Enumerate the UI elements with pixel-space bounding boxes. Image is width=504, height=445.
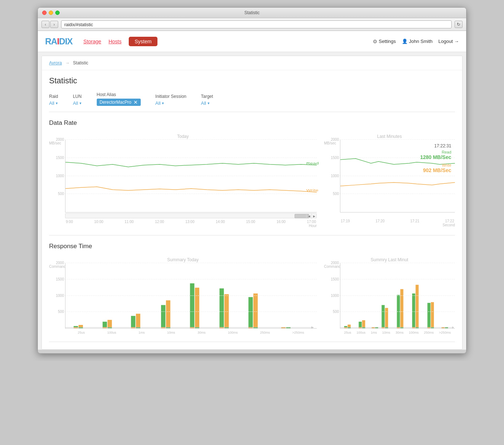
response-time-title: Response Time xyxy=(49,243,455,250)
write-value: 902 MB/Sec xyxy=(420,167,451,173)
filter-lun: LUN All ▼ xyxy=(73,94,82,106)
svg-rect-12 xyxy=(220,289,224,327)
svg-rect-54 xyxy=(381,305,384,327)
svg-rect-51 xyxy=(348,325,351,327)
svg-rect-55 xyxy=(385,308,388,327)
data-rate-section: Data Rate Today MB/sec 500 1000 1500 200… xyxy=(42,112,462,235)
logout-link[interactable]: Logout xyxy=(439,39,459,44)
filter-raid-value[interactable]: All ▼ xyxy=(49,100,58,106)
filter-raid-label: Raid xyxy=(49,94,58,99)
read-value: 1280 MB/Sec xyxy=(420,154,451,160)
scrollbar-spacer xyxy=(340,212,455,218)
svg-rect-10 xyxy=(190,283,194,327)
svg-rect-59 xyxy=(416,285,419,327)
response-time-section: Response Time Command Summary Today 500 … xyxy=(42,235,462,342)
maximize-button[interactable] xyxy=(55,11,60,15)
svg-text:W: W xyxy=(348,328,351,328)
browser-window: Statistic ‹ › raidix/#statistic ↻ RAIDIX… xyxy=(37,7,467,354)
scroll-right-icon[interactable]: ▶ xyxy=(311,214,316,219)
x-unit-last: Second xyxy=(340,223,455,227)
summary-today-chart: Command Summary Today 500 1000 1500 2000 xyxy=(49,256,317,334)
filter-lun-value[interactable]: All ▼ xyxy=(73,100,82,106)
filter-raid: Raid All ▼ xyxy=(49,94,58,106)
address-bar[interactable]: raidix/#statistic xyxy=(61,20,452,28)
bar-x-labels-last: 25us 100us 1ms 10ms 30ms 100ms 250ms >25… xyxy=(340,331,455,334)
filter-target-label: Target xyxy=(201,94,213,99)
filters: Raid All ▼ LUN All ▼ Host Alias xyxy=(42,89,462,112)
filter-initiator-value[interactable]: All ▼ xyxy=(155,100,186,106)
svg-rect-58 xyxy=(412,294,415,327)
bar-y-1000: 1000 xyxy=(65,295,317,296)
bar-chart-area-today: 500 1000 1500 2000 xyxy=(65,263,317,329)
today-chart: Today MB/sec 500 1000 1500 2000 xyxy=(49,132,317,228)
filter-target-value[interactable]: All ▼ xyxy=(201,100,213,106)
breadcrumb-parent[interactable]: Avrora xyxy=(49,60,62,65)
svg-text:W: W xyxy=(432,328,434,328)
settings-link[interactable]: Settings xyxy=(373,39,396,44)
svg-text:W: W xyxy=(401,328,403,328)
bar-chart-area-last: 500 1000 1500 2000 xyxy=(340,263,455,329)
nav-system[interactable]: System xyxy=(129,37,157,46)
user-label: John Smith xyxy=(409,39,433,44)
svg-rect-9 xyxy=(166,300,170,327)
filter-host-alias-pill: DerectorMacPro ✕ xyxy=(97,99,141,106)
bar-y-500: 500 xyxy=(65,311,317,312)
svg-rect-7 xyxy=(136,314,140,327)
refresh-button[interactable]: ↻ xyxy=(455,21,463,28)
scrollbar[interactable]: ◀ ▶ xyxy=(65,213,317,218)
nav-storage[interactable]: Storage xyxy=(83,39,101,44)
last-minutes-chart-area: 500 1000 1500 2000 17:22:31 Read xyxy=(340,140,455,212)
svg-rect-15 xyxy=(253,294,258,327)
svg-text:Write: Write xyxy=(306,188,318,192)
svg-rect-5 xyxy=(108,320,112,327)
bar-x-labels-today: 25us 100us 1ms 10ms 30ms 100ms 250ms >25… xyxy=(65,331,317,334)
logo: RAIDIX xyxy=(45,36,72,47)
close-button[interactable] xyxy=(42,11,47,15)
svg-text:R: R xyxy=(345,328,347,328)
svg-text:W: W xyxy=(446,328,448,328)
svg-rect-52 xyxy=(359,322,361,327)
back-button[interactable]: ‹ xyxy=(41,21,49,28)
svg-text:W: W xyxy=(376,328,378,328)
chevron-down-icon-3: ▼ xyxy=(161,102,165,105)
svg-text:R: R xyxy=(372,328,374,328)
chart-timestamp: 17:22:31 xyxy=(420,143,451,148)
filter-initiator-label: Initiator Session xyxy=(155,94,186,99)
breadcrumb: Avrora → Statistic xyxy=(42,56,462,70)
last-bar-svg: R W R W R W xyxy=(340,263,455,328)
settings-label: Settings xyxy=(379,39,396,44)
svg-text:W: W xyxy=(386,328,388,328)
minimize-button[interactable] xyxy=(49,11,53,15)
filter-initiator: Initiator Session All ▼ xyxy=(155,94,186,106)
scrollbar-arrows: ◀ ▶ xyxy=(306,214,316,219)
scroll-left-icon[interactable]: ◀ xyxy=(306,214,311,219)
gear-icon xyxy=(373,39,377,44)
svg-rect-53 xyxy=(362,320,365,327)
svg-rect-13 xyxy=(224,294,229,327)
nav-hosts[interactable]: Hosts xyxy=(108,39,121,44)
forward-button[interactable]: › xyxy=(50,21,58,28)
bar-charts-row: Command Summary Today 500 1000 1500 2000 xyxy=(49,256,455,334)
x-unit-today: Hour xyxy=(65,224,317,228)
breadcrumb-separator: → xyxy=(65,60,69,65)
svg-text:W: W xyxy=(416,328,419,328)
svg-text:R: R xyxy=(398,328,400,328)
data-rate-title: Data Rate xyxy=(49,119,455,127)
bar-y-1000-r: 1000 xyxy=(340,295,455,296)
header-right: Settings John Smith Logout xyxy=(373,39,459,44)
svg-rect-61 xyxy=(431,302,434,327)
bar-y-1500-r: 1500 xyxy=(340,279,455,279)
filter-host-alias-remove[interactable]: ✕ xyxy=(133,100,138,105)
filter-host-alias-label: Host Alias xyxy=(97,92,141,97)
svg-rect-60 xyxy=(427,303,430,327)
bar-y-2000: 2000 xyxy=(65,263,317,263)
browser-title: Statistic xyxy=(244,10,260,15)
write-label: Write xyxy=(420,163,451,167)
bar-y-label: Command xyxy=(49,265,66,269)
logo-ra: RA xyxy=(45,36,57,46)
browser-toolbar: ‹ › raidix/#statistic ↻ xyxy=(38,18,466,31)
user-link[interactable]: John Smith xyxy=(402,39,433,44)
traffic-lights xyxy=(42,11,60,15)
y-axis-label: MB/sec xyxy=(49,141,61,145)
svg-text:R: R xyxy=(360,328,361,328)
